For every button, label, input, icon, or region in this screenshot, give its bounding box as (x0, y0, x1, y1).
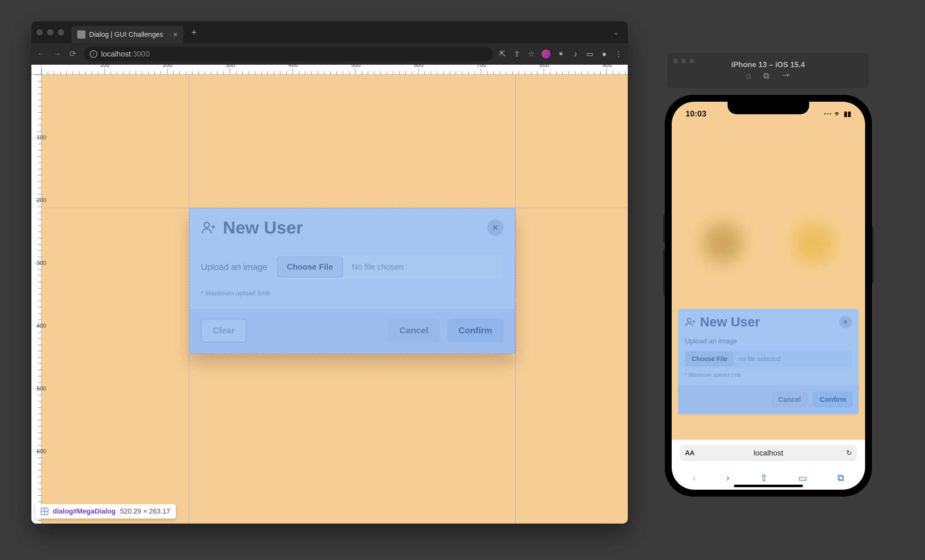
volume-down-button[interactable] (663, 248, 665, 296)
window-minimize-icon[interactable] (47, 29, 53, 36)
confirm-button[interactable]: Confirm (447, 319, 503, 342)
dialog-close-button[interactable]: × (487, 220, 503, 236)
status-time: 10:03 (685, 109, 707, 119)
safari-url-field[interactable]: AA localhost ↻ (680, 445, 857, 461)
file-input[interactable]: Choose File No file chosen (276, 255, 503, 279)
reader-aa-icon[interactable]: AA (685, 449, 694, 457)
window-controls (36, 29, 64, 36)
page-backdrop: New User × Upload an image Choose File n… (672, 120, 865, 440)
safari-back-icon[interactable]: ‹ (693, 473, 696, 483)
page-viewport: 100200300400500600700800 100200300400500… (32, 65, 628, 524)
svg-point-3 (687, 318, 691, 322)
profile-avatar-icon[interactable]: ● (600, 50, 608, 59)
confirm-button[interactable]: Confirm (813, 392, 853, 408)
side-button[interactable] (872, 227, 874, 283)
grid-badge-icon (41, 507, 48, 515)
tab-close-icon[interactable]: × (173, 30, 178, 39)
devtools-dimensions: 520.29 × 263.17 (120, 507, 170, 515)
extension-icon[interactable] (542, 50, 551, 59)
safari-forward-icon[interactable]: › (726, 473, 729, 483)
home-indicator[interactable] (734, 485, 803, 487)
vertical-ruler: 100200300400500600700800 (32, 65, 41, 524)
dialog-body: Upload an image Choose File No file chos… (190, 245, 515, 310)
reload-button[interactable]: ⟳ (68, 49, 78, 59)
choose-file-button[interactable]: Choose File (686, 352, 733, 366)
chrome-window: Dialog | GUI Challenges × + ⌄ ← → ⟳ i lo… (32, 21, 628, 524)
url-text: localhost:3000 (101, 50, 150, 59)
simulator-actions: ⌂ ⧉ ⭲ (746, 71, 790, 81)
upload-hint: * Maximum upload 1mb (685, 367, 852, 384)
volume-up-button[interactable] (663, 214, 665, 242)
media-controls-icon[interactable]: ♪ (571, 50, 579, 59)
dialog-header: New User × (678, 309, 859, 333)
simulator-title: iPhone 13 – iOS 15.4 (731, 60, 805, 69)
battery-icon: ▮▮ (844, 110, 851, 118)
devtools-element-badge[interactable]: dialog#MegaDialog 520.29 × 263.17 (35, 504, 176, 519)
upload-row: Upload an image Choose File No file chos… (201, 255, 503, 279)
kebab-menu-icon[interactable]: ⋮ (615, 50, 623, 59)
window-zoom-icon[interactable] (58, 29, 64, 36)
browser-toolbar: ← → ⟳ i localhost:3000 ⇱ ⇧ ☆ ✶ ♪ ▭ ● ⋮ (32, 43, 628, 65)
choose-file-button[interactable]: Choose File (277, 256, 343, 277)
forward-button[interactable]: → (52, 49, 62, 59)
upload-label: Upload an image (201, 262, 267, 272)
devtools-selector: dialog#MegaDialog (53, 507, 116, 515)
bookmark-star-icon[interactable]: ☆ (527, 50, 535, 59)
window-minimize-icon[interactable] (681, 59, 686, 63)
upload-label: Upload an image (685, 337, 852, 345)
simulator-rotate-icon[interactable]: ⭲ (782, 71, 790, 81)
simulator-window-controls (673, 59, 694, 63)
horizontal-ruler: 1002003004005006007008009001000 (32, 65, 628, 75)
simulator-screenshot-icon[interactable]: ⧉ (763, 71, 769, 81)
background-blur-icon (702, 223, 743, 263)
safari-tabs-icon[interactable]: ⧉ (838, 473, 844, 483)
cancel-button[interactable]: Cancel (388, 319, 440, 342)
mega-dialog: New User × Upload an image Choose File N… (189, 208, 515, 354)
browser-tab[interactable]: Dialog | GUI Challenges × (72, 26, 183, 43)
share-icon[interactable]: ⇧ (513, 50, 521, 59)
close-icon: × (844, 318, 848, 326)
tabs-overflow-icon[interactable]: ⌄ (613, 28, 619, 36)
wifi-icon: ᯤ (834, 110, 841, 118)
status-icons: ⋯ ᯤ ▮▮ (824, 109, 851, 119)
simulator-home-icon[interactable]: ⌂ (746, 71, 751, 81)
clear-button[interactable]: Clear (201, 319, 247, 342)
background-blur-icon (794, 223, 834, 263)
cellular-icon: ⋯ (824, 109, 832, 119)
safari-url-text: localhost (753, 449, 783, 458)
mega-dialog-mobile: New User × Upload an image Choose File n… (678, 309, 859, 414)
cancel-button[interactable]: Cancel (771, 392, 808, 408)
site-info-icon[interactable]: i (90, 50, 97, 58)
extensions-puzzle-icon[interactable]: ✶ (557, 50, 565, 59)
page-content: New User × Upload an image Choose File N… (41, 75, 628, 524)
new-tab-button[interactable]: + (191, 27, 196, 38)
svg-point-0 (204, 222, 209, 227)
safari-share-icon[interactable]: ⇧ (760, 473, 768, 483)
reload-icon[interactable]: ↻ (846, 449, 852, 457)
window-close-icon[interactable] (673, 59, 678, 63)
close-icon: × (493, 222, 498, 233)
browser-titlebar: Dialog | GUI Challenges × + ⌄ (32, 21, 628, 43)
device-notch (728, 100, 809, 114)
device-toolbar-icon[interactable]: ▭ (586, 50, 594, 59)
safari-bookmarks-icon[interactable]: ▭ (798, 473, 807, 483)
dialog-title: New User (223, 217, 303, 238)
dialog-title: New User (700, 315, 760, 330)
file-status-text: no file selected (734, 351, 852, 367)
window-zoom-icon[interactable] (689, 59, 694, 63)
address-bar[interactable]: i localhost:3000 (83, 47, 493, 61)
user-plus-icon (201, 220, 217, 235)
device-screen: 10:03 ⋯ ᯤ ▮▮ New User (672, 102, 865, 490)
dialog-header: New User × (190, 208, 515, 245)
iphone-device-frame: 10:03 ⋯ ᯤ ▮▮ New User (665, 95, 872, 497)
back-button[interactable]: ← (36, 49, 47, 59)
user-plus-icon (685, 316, 696, 328)
tab-favicon-icon (77, 30, 85, 39)
file-input[interactable]: Choose File no file selected (685, 351, 852, 367)
dialog-close-button[interactable]: × (839, 316, 852, 328)
tab-title: Dialog | GUI Challenges (89, 30, 163, 39)
dialog-footer: Clear Cancel Confirm (190, 310, 515, 353)
dialog-body: Upload an image Choose File no file sele… (678, 333, 859, 386)
open-in-new-icon[interactable]: ⇱ (499, 50, 506, 59)
window-close-icon[interactable] (36, 29, 43, 36)
